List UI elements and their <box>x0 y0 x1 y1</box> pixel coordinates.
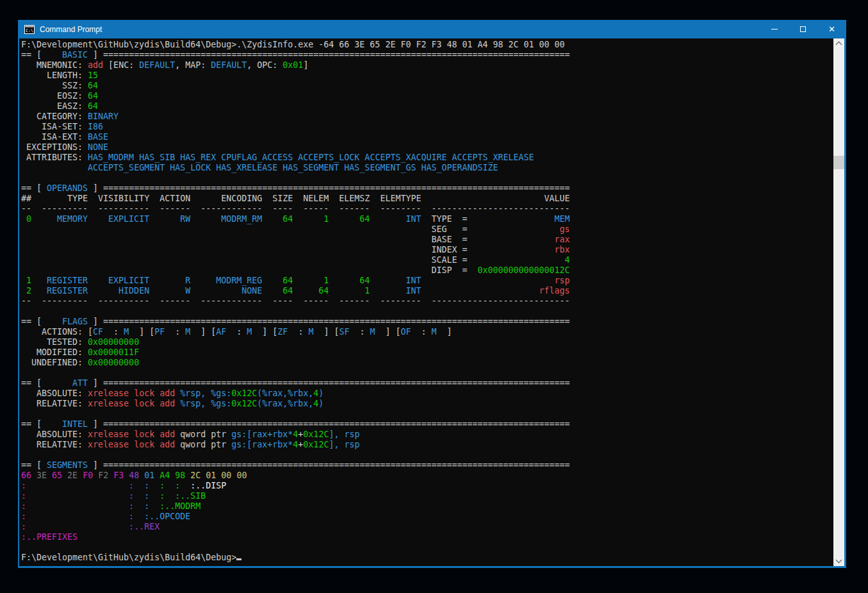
terminal-line: ACTIONS: [CF : M ] [PF : M ] [AF : M ] [… <box>21 327 833 337</box>
terminal-line: ## TYPE VISIBILITY ACTION ENCODING SIZE … <box>21 194 833 204</box>
chevron-down-icon <box>836 557 842 564</box>
terminal-line: SCALE = 4 <box>21 255 833 265</box>
terminal-line: : : : :..MODRM <box>21 501 833 512</box>
terminal-line: : :..REX <box>21 522 833 532</box>
terminal-line <box>21 173 833 183</box>
terminal-line <box>21 306 833 317</box>
close-icon: ✕ <box>828 25 835 33</box>
terminal-line <box>21 542 833 553</box>
scroll-down-button[interactable] <box>833 555 844 566</box>
terminal-line <box>21 409 833 419</box>
text-cursor <box>236 558 242 560</box>
terminal-line: 2 REGISTER HIDDEN W NONE 64 64 1 INT rfl… <box>21 286 833 296</box>
chevron-up-icon <box>836 42 842 48</box>
maximize-button[interactable] <box>789 20 817 38</box>
terminal-line: ISA-EXT: BASE <box>21 132 833 142</box>
minimize-icon <box>771 29 778 29</box>
terminal-line: == [ FLAGS ] ===========================… <box>21 317 833 327</box>
terminal-line: MNEMONIC: add [ENC: DEFAULT, MAP: DEFAUL… <box>21 60 833 71</box>
terminal-line: ATTRIBUTES: HAS_MODRM HAS_SIB HAS_REX CP… <box>21 153 833 163</box>
minimize-button[interactable] <box>760 20 789 38</box>
terminal-line: == [ SEGMENTS ] ========================… <box>21 460 833 471</box>
terminal-line: SSZ: 64 <box>21 81 833 91</box>
title-bar[interactable]: C:\ Command Prompt ✕ <box>18 20 846 38</box>
scroll-up-button[interactable] <box>833 38 844 49</box>
terminal-line: == [ INTEL ] ===========================… <box>21 419 833 430</box>
scrollbar-thumb[interactable] <box>833 156 844 169</box>
close-button[interactable]: ✕ <box>817 20 846 38</box>
terminal-line: EOSZ: 64 <box>21 91 833 101</box>
terminal-line: ISA-SET: I86 <box>21 122 833 132</box>
terminal-line: == [ OPERANDS ] ========================… <box>21 183 833 194</box>
terminal-line: EXCEPTIONS: NONE <box>21 142 833 153</box>
terminal-line: : : : : : :..DISP <box>21 481 833 491</box>
terminal-line: 1 REGISTER EXPLICIT R MODRM_REG 64 1 64 … <box>21 276 833 286</box>
terminal-line: F:\Development\GitHub\zydis\Build64\Debu… <box>21 553 833 563</box>
terminal-line: ACCEPTS_SEGMENT HAS_LOCK HAS_XRELEASE HA… <box>21 163 833 173</box>
terminal-line <box>21 450 833 460</box>
svg-text:C:\: C:\ <box>26 28 33 33</box>
command-prompt-window: C:\ Command Prompt ✕ F:\Development\GitH… <box>18 20 846 568</box>
terminal-line: LENGTH: 15 <box>21 71 833 81</box>
terminal-line: INDEX = rbx <box>21 245 833 255</box>
terminal-line: TESTED: 0x00000000 <box>21 337 833 347</box>
window-title: Command Prompt <box>40 25 102 34</box>
terminal-line: == [ BASIC ] ===========================… <box>21 50 833 60</box>
terminal-line: ABSOLUTE: xrelease lock add %rsp, %gs:0x… <box>21 388 833 399</box>
terminal-line: 66 3E 65 2E F0 F2 F3 48 01 A4 98 2C 01 0… <box>21 471 833 481</box>
terminal-line: :..PREFIXES <box>21 532 833 542</box>
window-controls: ✕ <box>760 20 846 38</box>
terminal-line: DISP = 0x000000000000012C <box>21 265 833 276</box>
terminal-line: BASE = rax <box>21 235 833 245</box>
terminal-line: RELATIVE: xrelease lock add qword ptr gs… <box>21 440 833 450</box>
console-output[interactable]: F:\Development\GitHub\zydis\Build64\Debu… <box>19 38 833 566</box>
terminal-line: -- --------- ---------- ------ ---------… <box>21 204 833 214</box>
cmd-icon: C:\ <box>24 25 35 34</box>
terminal-line <box>21 368 833 378</box>
terminal-line: ABSOLUTE: xrelease lock add qword ptr gs… <box>21 430 833 440</box>
console-body: F:\Development\GitHub\zydis\Build64\Debu… <box>19 38 844 566</box>
terminal-line: : : :..OPCODE <box>21 512 833 522</box>
terminal-line: : : : : :..SIB <box>21 491 833 501</box>
terminal-line: MODIFIED: 0x0000011F <box>21 347 833 358</box>
terminal-line: CATEGORY: BINARY <box>21 112 833 122</box>
terminal-line: -- --------- ---------- ------ ---------… <box>21 296 833 306</box>
terminal-line: == [ ATT ] =============================… <box>21 378 833 388</box>
terminal-line: EASZ: 64 <box>21 101 833 112</box>
maximize-icon <box>800 26 806 32</box>
terminal-line: F:\Development\GitHub\zydis\Build64\Debu… <box>21 40 833 50</box>
terminal-line: 0 MEMORY EXPLICIT RW MODRM_RM 64 1 64 IN… <box>21 214 833 224</box>
terminal-line: RELATIVE: xrelease lock add %rsp, %gs:0x… <box>21 399 833 409</box>
scrollbar[interactable] <box>833 38 844 566</box>
terminal-line: SEG = gs <box>21 224 833 235</box>
terminal-line: UNDEFINED: 0x00000000 <box>21 358 833 368</box>
